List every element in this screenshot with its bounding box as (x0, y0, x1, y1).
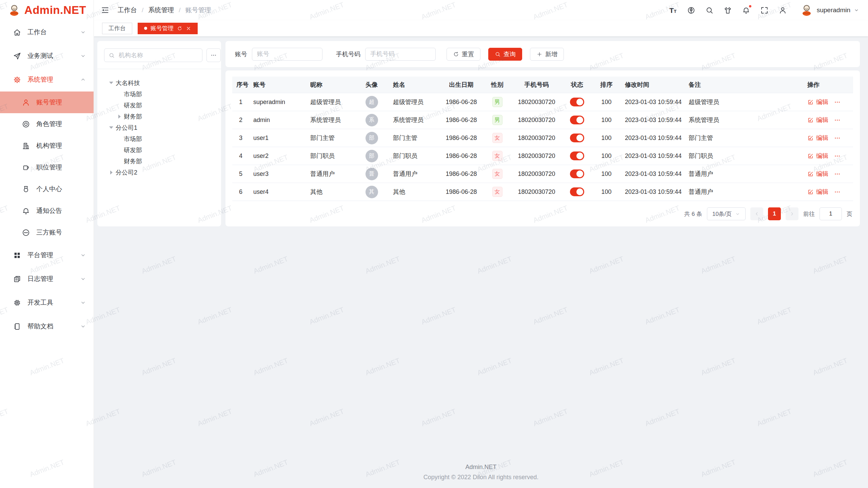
org-more-button[interactable] (206, 48, 221, 62)
status-toggle[interactable] (570, 98, 584, 106)
tree-node[interactable]: 研发部 (104, 144, 214, 156)
home-icon (13, 28, 21, 37)
footer-title: Admin.NET (94, 462, 868, 472)
sidebar-item-profile-center[interactable]: 个人中心 (0, 178, 94, 200)
font-size-button[interactable]: TT (668, 5, 678, 15)
edit-button[interactable]: 编辑 (807, 152, 828, 160)
logs-icon (13, 275, 21, 283)
fullscreen-button[interactable] (760, 5, 769, 15)
breadcrumb-item[interactable]: 工作台 (118, 6, 137, 15)
tree-node[interactable]: 市场部 (104, 88, 214, 100)
query-label: 查询 (504, 50, 516, 58)
cell-name: 部门主管 (389, 129, 439, 147)
query-button[interactable]: 查询 (488, 48, 522, 61)
sidebar-item-platform-mgmt[interactable]: 平台管理 (0, 243, 94, 267)
edit-button-label: 编辑 (816, 134, 828, 142)
sidebar-item-org-mgmt[interactable]: 机构管理 (0, 135, 94, 157)
status-toggle[interactable] (570, 169, 584, 178)
notification-button[interactable] (742, 5, 751, 15)
cell-status (562, 183, 592, 201)
sidebar-item-dev-tools[interactable]: 开发工具 (0, 291, 94, 314)
sidebar-item-role-mgmt[interactable]: 角色管理 (0, 113, 94, 135)
tab-close-button[interactable] (186, 26, 191, 31)
status-toggle[interactable] (570, 134, 584, 142)
tree-node[interactable]: 分公司2 (104, 167, 214, 178)
column-modified: 修改时间 (621, 77, 685, 93)
account-input[interactable] (252, 48, 322, 61)
tree-expanded-caret-icon[interactable] (107, 82, 116, 84)
edit-button[interactable]: 编辑 (807, 134, 828, 142)
status-toggle[interactable] (570, 116, 584, 124)
sidebar-item-position-mgmt[interactable]: 职位管理 (0, 157, 94, 178)
sidebar-item-help-docs[interactable]: 帮助文档 (0, 314, 94, 338)
chevron-down-icon (80, 252, 86, 258)
tree-node[interactable]: 分公司1 (104, 122, 214, 133)
logo[interactable]: Admin.NET (0, 0, 94, 20)
tree-collapsed-caret-icon[interactable] (107, 170, 116, 175)
cell-remark: 系统管理员 (685, 111, 803, 129)
tab-workbench[interactable]: 工作台 (102, 23, 132, 34)
row-more-button[interactable] (834, 188, 841, 196)
sidebar-item-third-party-account[interactable]: 三方账号 (0, 222, 94, 243)
row-more-button[interactable] (834, 135, 841, 142)
cell-name: 部门职员 (389, 147, 439, 165)
profile-button[interactable] (778, 5, 788, 15)
next-page-button[interactable] (786, 207, 798, 220)
status-toggle[interactable] (570, 151, 584, 160)
reset-button[interactable]: 重置 (447, 48, 480, 61)
tree-node[interactable]: 财务部 (104, 111, 214, 122)
add-button[interactable]: 新增 (530, 48, 564, 61)
sidebar-item-account-mgmt[interactable]: 账号管理 (0, 92, 94, 113)
sidebar-item-notice[interactable]: 通知公告 (0, 200, 94, 222)
page-size-select[interactable]: 10条/页 (707, 207, 746, 220)
table-panel: 序号账号昵称头像姓名出生日期性别手机号码状态排序修改时间备注操作 1supera… (225, 70, 860, 226)
breadcrumb-item[interactable]: 系统管理 (148, 6, 174, 15)
phone-input[interactable] (365, 48, 436, 61)
status-toggle[interactable] (570, 187, 584, 196)
tree-node[interactable]: 研发部 (104, 100, 214, 111)
theme-button[interactable] (723, 5, 733, 15)
tree-expanded-caret-icon[interactable] (107, 126, 116, 129)
breadcrumb-item[interactable]: 账号管理 (185, 6, 211, 15)
edit-button[interactable]: 编辑 (807, 98, 828, 106)
column-status: 状态 (562, 77, 592, 93)
search-button[interactable] (705, 5, 714, 15)
ellipsis-icon (210, 52, 217, 59)
fullscreen-icon (760, 6, 769, 15)
tree-node[interactable]: 财务部 (104, 156, 214, 167)
edit-button[interactable]: 编辑 (807, 188, 828, 196)
prev-page-button[interactable] (750, 207, 763, 220)
tab-refresh-button[interactable] (177, 26, 182, 31)
sidebar-menu: 工作台业务测试系统管理账号管理角色管理机构管理职位管理个人中心通知公告三方账号平… (0, 20, 94, 488)
right-column: 账号 手机号码 重置 查询 新增 序号账号昵称头像姓名出生日期性别手机号码状态排… (225, 41, 860, 226)
org-search-input[interactable] (118, 52, 198, 59)
tree-node[interactable]: 市场部 (104, 133, 214, 144)
cell-sort: 100 (592, 111, 621, 129)
row-more-button[interactable] (834, 99, 841, 106)
row-more-button[interactable] (834, 170, 841, 178)
edit-button[interactable]: 编辑 (807, 170, 828, 178)
sidebar-item-workbench[interactable]: 工作台 (0, 20, 94, 44)
user-menu[interactable]: superadmin (800, 3, 859, 17)
tab-account-mgmt[interactable]: 账号管理 (138, 23, 198, 34)
row-more-button[interactable] (834, 117, 841, 124)
cell-nickname: 普通用户 (306, 165, 354, 183)
logo-text: Admin.NET (24, 4, 86, 17)
language-button[interactable] (687, 5, 696, 15)
cell-avatar: 其 (354, 183, 389, 201)
org-search-box (104, 48, 202, 62)
sidebar-item-label: 平台管理 (27, 251, 74, 260)
tree-node[interactable]: 大名科技 (104, 77, 214, 88)
row-more-button[interactable] (834, 152, 841, 160)
fold-menu-button[interactable] (101, 5, 111, 15)
goto-page-input[interactable] (820, 207, 842, 220)
tree-collapsed-caret-icon[interactable] (115, 115, 124, 119)
tab-label: 账号管理 (151, 24, 174, 32)
goto-label: 前往 (803, 210, 815, 218)
sidebar-item-log-mgmt[interactable]: 日志管理 (0, 267, 94, 291)
page-number-button[interactable]: 1 (768, 207, 781, 220)
edit-button[interactable]: 编辑 (807, 116, 828, 124)
sidebar-item-system-mgmt[interactable]: 系统管理 (0, 68, 94, 92)
sidebar-item-business-test[interactable]: 业务测试 (0, 44, 94, 68)
cell-status (562, 165, 592, 183)
